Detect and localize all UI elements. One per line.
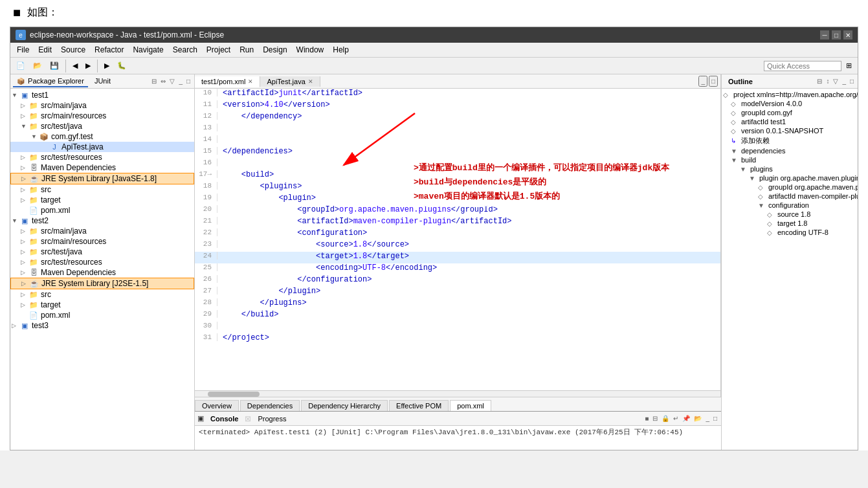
tree-item-t2-src[interactable]: ▷ 📁 src <box>10 289 194 300</box>
bottom-tab-effective[interactable]: Effective POM <box>389 400 449 411</box>
horizontal-scrollbar[interactable] <box>195 390 720 397</box>
menu-refactor[interactable]: Refactor <box>91 44 128 56</box>
tree-item-t2-smj[interactable]: ▷ 📁 src/main/java <box>10 226 194 236</box>
minimize-panel-button[interactable]: _ <box>177 77 184 85</box>
outline-item-3[interactable]: ◇ artifactId test1 <box>722 117 858 126</box>
tree-item-t2-target[interactable]: ▷ 📁 target <box>10 300 194 310</box>
tab-pom-xml[interactable]: test1/pom.xml ✕ <box>195 76 260 87</box>
toolbar-new[interactable]: 📄 <box>13 60 28 72</box>
menu-source[interactable]: Source <box>57 44 89 56</box>
tree-item-jre2[interactable]: ▷ ☕ JRE System Library [J2SE-1.5] <box>10 278 194 289</box>
tree-item-src-main-java[interactable]: ▷ 📁 src/main/java <box>10 100 194 111</box>
console-pin-btn[interactable]: 📌 <box>681 414 691 423</box>
minimize-console-btn[interactable]: _ <box>704 414 711 423</box>
outline-item-2[interactable]: ◇ groupId com.gyf <box>722 108 858 117</box>
toolbar-debug[interactable]: 🐛 <box>114 60 129 72</box>
tab-junit[interactable]: JUnit <box>91 76 115 87</box>
outline-tab-label[interactable]: Outline <box>724 76 757 87</box>
panel-menu-button[interactable]: ▽ <box>168 77 176 85</box>
tree-item-pom2[interactable]: 📄 pom.xml <box>10 310 194 320</box>
outline-collapse-btn[interactable]: ⊟ <box>816 77 823 85</box>
outline-item-11[interactable]: ◇ artifactId maven-compiler-plugin <box>722 192 858 201</box>
outline-item-15[interactable]: ◇ encoding UTF-8 <box>722 228 858 237</box>
tree-item-apitest[interactable]: J ApiTest.java <box>10 142 194 152</box>
tree-item-target-1[interactable]: ▷ 📁 target <box>10 195 194 205</box>
outline-item-0[interactable]: ◇ project xmlns=http://maven.apache.org/… <box>722 90 858 99</box>
minimize-editor-button[interactable]: _ <box>698 76 707 87</box>
tree-item-src-test-resources[interactable]: ▷ 📁 src/test/resources <box>10 152 194 162</box>
menu-design[interactable]: Design <box>259 44 291 56</box>
outline-sort-btn[interactable]: ↕ <box>825 77 830 85</box>
outline-item-9[interactable]: ▼ plugin org.apache.maven.plugins : m... <box>722 173 858 183</box>
maximize-console-btn[interactable]: □ <box>712 414 718 423</box>
bottom-tab-deps[interactable]: Dependencies <box>240 400 300 411</box>
tree-item-t2-md[interactable]: ▷ 🗄 Maven Dependencies <box>10 267 194 278</box>
outline-item-7[interactable]: ▼ build <box>722 155 858 164</box>
maximize-button[interactable]: □ <box>832 30 841 39</box>
bottom-tab-overview[interactable]: Overview <box>195 400 239 411</box>
console-word-wrap-btn[interactable]: ↵ <box>672 414 680 423</box>
menu-file[interactable]: File <box>13 44 33 56</box>
outline-item-5[interactable]: ↳ 添加依赖 <box>722 135 858 146</box>
outline-menu-btn[interactable]: ▽ <box>832 77 840 85</box>
outline-item-14[interactable]: ◇ target 1.8 <box>722 219 858 228</box>
outline-min-btn[interactable]: _ <box>841 77 847 85</box>
toolbar-forward[interactable]: ▶ <box>82 60 94 72</box>
bottom-tab-pomxml[interactable]: pom.xml <box>450 400 491 411</box>
bottom-tab-dep-hier[interactable]: Dependency Hierarchy <box>301 400 388 411</box>
minimize-button[interactable]: ─ <box>820 30 829 39</box>
menu-window[interactable]: Window <box>293 44 328 56</box>
code-editor[interactable]: 10 <artifactId>junit</artifactId> 11 <ve… <box>195 89 720 390</box>
menu-search[interactable]: Search <box>169 44 201 56</box>
console-stop-btn[interactable]: ■ <box>643 414 650 423</box>
code-scroll-area[interactable]: 10 <artifactId>junit</artifactId> 11 <ve… <box>195 89 720 390</box>
tree-item-pom1[interactable]: 📄 pom.xml <box>10 205 194 216</box>
outline-item-6[interactable]: ▼ dependencies <box>722 146 858 155</box>
outline-item-12[interactable]: ▼ configuration <box>722 201 858 210</box>
toolbar-save[interactable]: 💾 <box>47 60 62 72</box>
menu-navigate[interactable]: Navigate <box>129 44 167 56</box>
tree-item-jre1[interactable]: ▷ ☕ JRE System Library [JavaSE-1.8] <box>10 173 194 184</box>
tree-item-t2-smr[interactable]: ▷ 📁 src/main/resources <box>10 236 194 247</box>
tab-pom-close[interactable]: ✕ <box>248 78 253 85</box>
maximize-panel-button[interactable]: □ <box>185 77 192 85</box>
outline-item-8[interactable]: ▼ plugins <box>722 164 858 173</box>
maximize-editor-button[interactable]: □ <box>709 76 718 87</box>
menu-run[interactable]: Run <box>236 44 258 56</box>
toolbar-run[interactable]: ▶ <box>101 60 113 72</box>
quick-access-input[interactable] <box>764 61 841 71</box>
tree-item-test2[interactable]: ▼ ▣ test2 <box>10 216 194 226</box>
tab-apitest-java[interactable]: ApiTest.java ✕ <box>260 76 320 87</box>
tab-api-close[interactable]: ✕ <box>308 78 313 85</box>
outline-max-btn[interactable]: □ <box>849 77 855 85</box>
collapse-all-button[interactable]: ⊟ <box>150 77 158 85</box>
outline-item-10[interactable]: ◇ groupId org.apache.maven.plugin... <box>722 183 858 192</box>
menu-help[interactable]: Help <box>329 44 353 56</box>
tree-item-test1[interactable]: ▼ ▣ test1 <box>10 90 194 100</box>
tree-item-maven-deps-1[interactable]: ▷ 🗄 Maven Dependencies <box>10 162 194 173</box>
tab-package-explorer[interactable]: 📦 Package Explorer <box>13 76 88 87</box>
link-with-editor-button[interactable]: ⇔ <box>159 77 167 85</box>
console-progress-tab[interactable]: Progress <box>254 414 290 424</box>
scrollbar-thumb[interactable] <box>208 392 260 397</box>
tree-item-test3[interactable]: ▷ ▣ test3 <box>10 320 194 331</box>
console-scroll-lock-btn[interactable]: 🔒 <box>660 414 671 423</box>
menu-edit[interactable]: Edit <box>34 44 56 56</box>
toolbar-open[interactable]: 📂 <box>30 60 45 72</box>
tree-item-t2-stj[interactable]: ▷ 📁 src/test/java <box>10 247 194 257</box>
toolbar-perspective[interactable]: ⊞ <box>843 60 855 72</box>
tree-item-com-gyf-test[interactable]: ▼ 📦 com.gyf.test <box>10 131 194 142</box>
toolbar-back[interactable]: ◀ <box>69 60 81 72</box>
tree-item-src-test-java[interactable]: ▼ 📁 src/test/java <box>10 121 194 131</box>
console-tab[interactable]: Console <box>206 414 242 424</box>
outline-item-4[interactable]: ◇ version 0.0.1-SNAPSHOT <box>722 126 858 135</box>
menu-project[interactable]: Project <box>203 44 234 56</box>
tree-item-src-main-resources[interactable]: ▷ 📁 src/main/resources <box>10 111 194 121</box>
tree-item-src-1[interactable]: ▷ 📁 src <box>10 184 194 195</box>
outline-item-13[interactable]: ◇ source 1.8 <box>722 210 858 219</box>
close-button[interactable]: ✕ <box>843 30 852 39</box>
tree-item-t2-str[interactable]: ▷ 📁 src/test/resources <box>10 257 194 267</box>
outline-item-1[interactable]: ◇ modelVersion 4.0.0 <box>722 99 858 108</box>
console-open-file-btn[interactable]: 📂 <box>693 414 703 423</box>
console-clear-btn[interactable]: ⊟ <box>651 414 659 423</box>
